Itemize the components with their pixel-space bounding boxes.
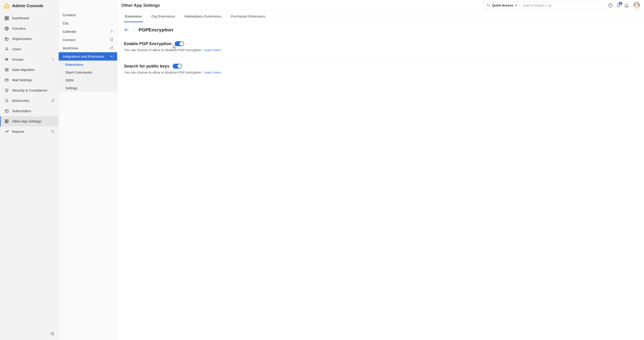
nav-reports[interactable]: Reports bbox=[0, 126, 58, 137]
nav-label: Organization bbox=[12, 37, 54, 41]
search-doc-icon bbox=[4, 98, 9, 103]
svg-rect-2 bbox=[5, 16, 6, 18]
sec-item-cliq[interactable]: Cliq bbox=[59, 19, 117, 27]
sec-item-label: Calendar bbox=[63, 30, 76, 33]
section-desc-text: You can choose to allow or disallow PGP … bbox=[124, 70, 201, 74]
detail-header: PGPEncryption bbox=[117, 23, 644, 36]
sec-item-calendar[interactable]: Calendar bbox=[59, 27, 117, 36]
building-icon bbox=[4, 37, 9, 41]
external-link-icon bbox=[51, 99, 54, 103]
sidebar-secondary: Contacts Cliq Calendar Connect WorkDrive… bbox=[59, 0, 117, 340]
detail-title: PGPEncryption bbox=[138, 27, 173, 33]
svg-line-37 bbox=[489, 6, 490, 7]
sec-sub-slash-commands[interactable]: Slash Commands bbox=[59, 68, 117, 76]
sec-item-label: Cliq bbox=[63, 21, 68, 25]
nav-domains[interactable]: Domains bbox=[0, 23, 58, 34]
caret-down-icon bbox=[515, 4, 517, 7]
chart-icon bbox=[4, 129, 9, 134]
tab-org-extensions[interactable]: Org Extensions bbox=[150, 11, 176, 22]
svg-point-29 bbox=[7, 122, 8, 123]
toggle-search-public-keys[interactable] bbox=[173, 64, 182, 69]
tab-label: Marketplace Extensions bbox=[184, 14, 222, 18]
section-enable-pgp: Enable PGP Encryption You can choose to … bbox=[124, 38, 637, 57]
nav-label: Users bbox=[12, 47, 54, 51]
sec-sub-extensions[interactable]: Extensions bbox=[59, 61, 117, 68]
svg-marker-38 bbox=[515, 5, 517, 6]
sec-sub-label: Settings bbox=[66, 86, 78, 90]
nav-groups[interactable]: Groups bbox=[0, 54, 58, 65]
subscription-icon bbox=[4, 109, 9, 113]
tab-extensions[interactable]: Extensions bbox=[124, 11, 143, 22]
section-desc-text: You can choose to allow or disallow PGP … bbox=[124, 48, 201, 52]
nav-label: Other App Settings bbox=[12, 119, 54, 123]
sec-item-label: WorkDrive bbox=[63, 46, 78, 50]
back-button[interactable] bbox=[124, 27, 130, 33]
tab-label: Extensions bbox=[125, 14, 142, 18]
sec-item-contacts[interactable]: Contacts bbox=[59, 11, 117, 19]
nav-dashboard[interactable]: Dashboard bbox=[0, 13, 58, 23]
nav-label: Reports bbox=[12, 130, 48, 134]
svg-marker-1 bbox=[5, 5, 8, 8]
quick-access-label: Quick Access bbox=[492, 4, 513, 7]
user-avatar[interactable] bbox=[633, 2, 640, 9]
nav-data-migration[interactable]: Data Migration bbox=[0, 65, 58, 75]
svg-rect-19 bbox=[5, 79, 8, 81]
section-search-public-keys: Search for public keys You can choose to… bbox=[124, 61, 637, 79]
learn-more-link[interactable]: Learn more bbox=[204, 48, 221, 52]
nav-other-app-settings[interactable]: Other App Settings bbox=[0, 116, 58, 126]
chevron-down-icon bbox=[110, 55, 113, 58]
svg-point-40 bbox=[610, 6, 611, 7]
svg-rect-5 bbox=[7, 18, 8, 20]
nav-ediscovery[interactable]: eDiscovery bbox=[0, 96, 58, 106]
nav-label: Subscription bbox=[12, 109, 54, 113]
help-icon[interactable] bbox=[608, 3, 613, 8]
svg-point-20 bbox=[5, 99, 8, 102]
sec-sub-label: Extensions bbox=[66, 63, 83, 66]
sec-sub-settings[interactable]: Settings bbox=[59, 84, 117, 92]
search-input[interactable] bbox=[520, 2, 603, 9]
migration-icon bbox=[4, 68, 9, 72]
nav-label: Security & Compliance bbox=[12, 88, 54, 92]
nav-mail-settings[interactable]: Mail Settings bbox=[0, 75, 58, 85]
nav-label: Domains bbox=[12, 27, 54, 31]
learn-more-link[interactable]: Learn more bbox=[204, 70, 221, 74]
sec-item-label: Contacts bbox=[63, 13, 76, 17]
nav-users[interactable]: Users bbox=[0, 44, 58, 54]
collapse-sidebar-button[interactable] bbox=[49, 330, 56, 338]
globe-icon bbox=[4, 26, 9, 31]
svg-rect-10 bbox=[7, 38, 8, 40]
tab-label: Purchased Extensions bbox=[231, 14, 265, 18]
svg-rect-23 bbox=[5, 110, 8, 112]
home-icon[interactable] bbox=[624, 3, 629, 8]
search-wrap: Quick Access bbox=[484, 2, 603, 9]
sec-item-workdrive[interactable]: WorkDrive bbox=[59, 44, 117, 52]
external-link-icon bbox=[110, 38, 113, 42]
quick-access-dropdown[interactable]: Quick Access bbox=[484, 2, 520, 9]
search-icon bbox=[487, 3, 490, 8]
tab-purchased-extensions[interactable]: Purchased Extensions bbox=[230, 11, 266, 22]
app-settings-icon bbox=[4, 119, 9, 124]
nav-primary: Dashboard Domains Organization Users Gro… bbox=[0, 12, 58, 340]
main: Other App Settings Quick Access 2 bbox=[117, 0, 644, 340]
svg-point-36 bbox=[487, 4, 490, 6]
users-icon bbox=[4, 57, 9, 62]
tab-marketplace-extensions[interactable]: Marketplace Extensions bbox=[184, 11, 222, 22]
topbar: Other App Settings Quick Access 2 bbox=[117, 0, 644, 11]
toggle-enable-pgp[interactable] bbox=[175, 41, 184, 46]
nav-organization[interactable]: Organization bbox=[0, 34, 58, 44]
notifications-icon[interactable]: 2 bbox=[616, 3, 621, 8]
mail-icon bbox=[4, 78, 9, 82]
nav-subscription[interactable]: Subscription bbox=[0, 106, 58, 116]
brand-title: Admin Console bbox=[12, 3, 43, 8]
nav-security[interactable]: Security & Compliance bbox=[0, 85, 58, 96]
sec-item-integrations[interactable]: Integrations and Extensions bbox=[59, 52, 117, 61]
sec-sub-siem[interactable]: SIEM bbox=[59, 76, 117, 84]
nav-label: Groups bbox=[12, 57, 48, 61]
sec-item-connect[interactable]: Connect bbox=[59, 36, 117, 44]
shield-icon bbox=[4, 88, 9, 93]
svg-rect-3 bbox=[7, 16, 8, 18]
external-link-icon bbox=[51, 130, 54, 134]
svg-rect-4 bbox=[5, 18, 6, 20]
svg-rect-28 bbox=[5, 122, 6, 123]
svg-rect-26 bbox=[5, 120, 6, 121]
